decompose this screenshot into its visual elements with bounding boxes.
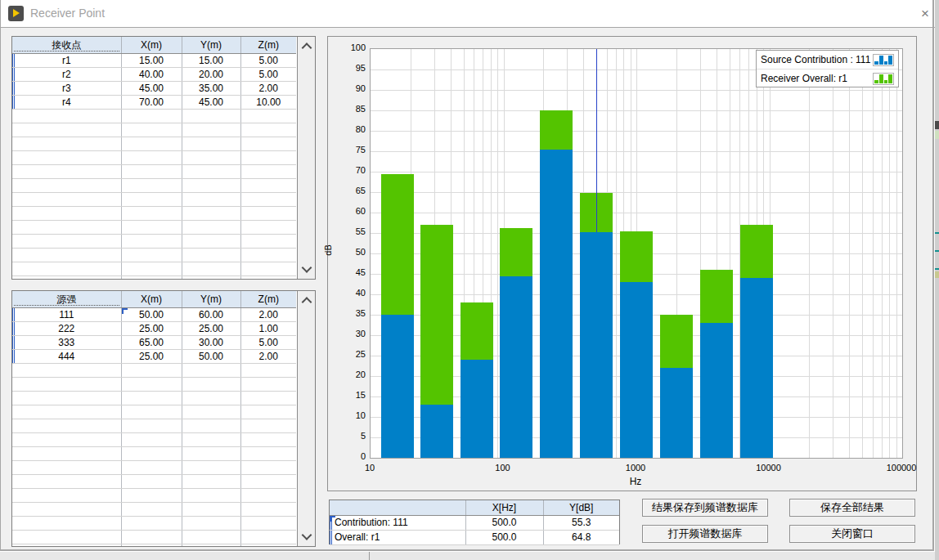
table-cell[interactable] [12, 392, 121, 405]
table-cell[interactable]: r1 [12, 54, 121, 68]
table-cell[interactable] [182, 249, 240, 262]
table-cell[interactable]: 333 [12, 336, 121, 350]
table-cell[interactable] [240, 489, 296, 503]
table-cell[interactable] [240, 461, 296, 475]
table-cell[interactable] [182, 475, 240, 489]
close-window-button[interactable]: 关闭窗口 [789, 525, 915, 543]
table-cell[interactable] [12, 151, 121, 165]
table-cell[interactable] [121, 503, 182, 517]
table-cell[interactable] [121, 151, 182, 165]
table-cell[interactable]: 30.00 [182, 336, 240, 350]
table-cell[interactable] [121, 392, 182, 405]
table-cell[interactable] [240, 364, 296, 378]
table-cell[interactable] [12, 193, 121, 207]
legend-item-contribution[interactable]: Source Contribution : 111 [757, 51, 898, 69]
table-cell[interactable] [182, 221, 240, 235]
table-cell[interactable] [240, 110, 296, 123]
table-cell[interactable]: r4 [12, 96, 121, 110]
table-cell[interactable]: 444 [12, 350, 121, 364]
chart-plot-area[interactable] [370, 48, 903, 459]
table-cell[interactable] [182, 151, 240, 165]
table-cell[interactable] [240, 405, 296, 419]
table-cell[interactable]: 25.00 [182, 322, 240, 336]
table-cell[interactable]: 5.00 [240, 54, 296, 68]
table-cell[interactable] [121, 249, 182, 262]
table-cell[interactable] [182, 544, 240, 547]
table-cell[interactable] [182, 419, 240, 433]
table-cell[interactable] [121, 433, 182, 447]
table-cell[interactable] [121, 489, 182, 503]
table-cell[interactable] [182, 517, 240, 531]
table-cell[interactable] [121, 531, 182, 544]
source-table-body[interactable]: 源强X(m)Y(m)Z(m)11150.0060.002.0022225.002… [12, 291, 297, 546]
table-cell[interactable]: 15.00 [182, 54, 240, 68]
table-cell[interactable] [240, 207, 296, 221]
table-cell[interactable] [12, 364, 121, 378]
table-cell[interactable] [182, 110, 240, 123]
table-cell[interactable] [121, 193, 182, 207]
table-cell[interactable] [240, 517, 296, 531]
table-cell[interactable]: 222 [12, 322, 121, 336]
source-strength-table[interactable]: 源强X(m)Y(m)Z(m)11150.0060.002.0022225.002… [11, 290, 316, 547]
table-cell[interactable]: 60.00 [182, 308, 240, 322]
table-cell[interactable]: r2 [12, 68, 121, 82]
table-cell[interactable] [12, 475, 121, 489]
table-cell[interactable] [240, 262, 296, 276]
table-cell[interactable]: 10.00 [240, 96, 296, 110]
table-cell[interactable] [240, 475, 296, 489]
table-cell[interactable] [12, 378, 121, 392]
table-cell[interactable]: 25.00 [121, 350, 182, 364]
table-cell[interactable] [121, 447, 182, 461]
scroll-up-icon[interactable] [301, 43, 312, 53]
table-cell[interactable] [121, 165, 182, 179]
table-cell[interactable] [240, 235, 296, 249]
table-cell[interactable] [182, 276, 240, 280]
table-cell[interactable] [121, 378, 182, 392]
plot-cursor-line[interactable] [596, 49, 597, 232]
table-cell[interactable] [182, 531, 240, 544]
table-cell[interactable]: 111 [12, 308, 121, 322]
table-cell[interactable]: 45.00 [182, 96, 240, 110]
receiver-table-scrollbar[interactable] [297, 37, 315, 279]
table-cell[interactable] [182, 193, 240, 207]
table-cell[interactable] [182, 165, 240, 179]
table-cell[interactable]: 2.00 [240, 82, 296, 96]
table-cell[interactable] [182, 235, 240, 249]
table-cell[interactable] [12, 123, 121, 137]
table-cell[interactable]: Contribution: 111 [330, 516, 465, 531]
table-cell[interactable] [12, 235, 121, 249]
table-cell[interactable]: 2.00 [240, 308, 296, 322]
receiver-point-table[interactable]: 接收点X(m)Y(m)Z(m)r115.0015.005.00r240.0020… [11, 36, 316, 280]
table-cell[interactable] [121, 475, 182, 489]
table-cell[interactable] [182, 392, 240, 405]
table-cell[interactable] [240, 378, 296, 392]
table-cell[interactable]: 500.0 [465, 531, 543, 545]
table-cell[interactable]: 5.00 [240, 336, 296, 350]
table-cell[interactable]: 64.8 [543, 531, 619, 545]
table-cell[interactable] [182, 433, 240, 447]
table-cell[interactable]: 45.00 [121, 82, 182, 96]
table-cell[interactable]: 40.00 [121, 68, 182, 82]
table-cell[interactable]: 65.00 [121, 336, 182, 350]
table-cell[interactable] [182, 262, 240, 276]
table-cell[interactable] [12, 447, 121, 461]
table-cell[interactable]: 55.3 [543, 516, 619, 531]
table-cell[interactable] [12, 262, 121, 276]
table-cell[interactable] [121, 419, 182, 433]
scroll-down-icon[interactable] [301, 262, 312, 273]
table-cell[interactable] [121, 517, 182, 531]
table-cell[interactable] [121, 235, 182, 249]
table-cell[interactable] [121, 544, 182, 547]
table-cell[interactable] [240, 433, 296, 447]
table-cell[interactable] [182, 447, 240, 461]
receiver-table-body[interactable]: 接收点X(m)Y(m)Z(m)r115.0015.005.00r240.0020… [12, 37, 297, 279]
table-cell[interactable] [12, 276, 121, 280]
table-cell[interactable] [240, 249, 296, 262]
table-cell[interactable] [121, 221, 182, 235]
table-cell[interactable] [240, 503, 296, 517]
table-cell[interactable] [121, 461, 182, 475]
table-cell[interactable] [12, 249, 121, 262]
table-cell[interactable]: r3 [12, 82, 121, 96]
table-cell[interactable] [182, 461, 240, 475]
table-cell[interactable] [121, 276, 182, 280]
